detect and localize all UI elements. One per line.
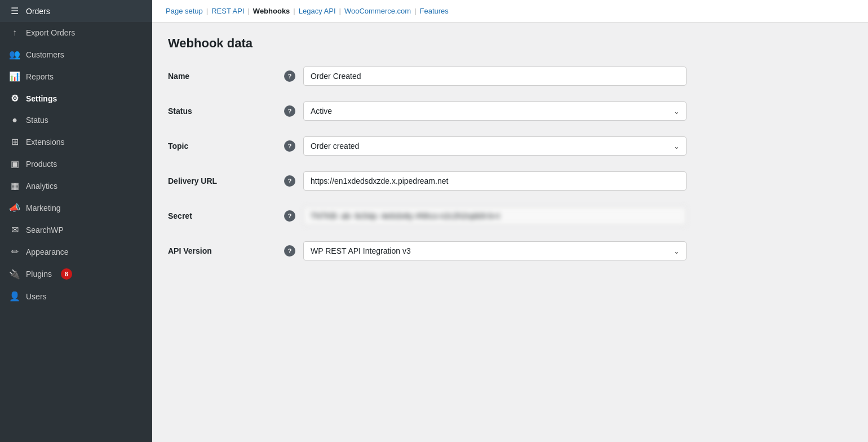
nav-link-rest-api[interactable]: REST API (211, 7, 244, 15)
delivery-url-input[interactable] (303, 171, 687, 191)
nav-sep-1: | (206, 7, 208, 15)
plugins-icon: 🔌 (9, 269, 20, 280)
secret-label: Secret (168, 211, 281, 220)
api-version-select-wrap: WP REST API Integration v3WP REST API In… (303, 241, 687, 260)
sidebar-label-status: Status (26, 116, 48, 125)
api-version-help[interactable]: ? (281, 245, 299, 257)
sidebar-item-customers[interactable]: 👥Customers (0, 43, 152, 65)
status-help[interactable]: ? (281, 105, 299, 117)
sidebar-item-searchwp[interactable]: ✉SearchWP (0, 219, 152, 241)
searchwp-icon: ✉ (9, 224, 20, 235)
main-content: Page setup|REST API|Webhooks|Legacy API|… (152, 0, 868, 442)
secret-help-icon[interactable]: ? (284, 210, 295, 222)
sidebar-item-reports[interactable]: 📊Reports (0, 65, 152, 87)
products-icon: ▣ (9, 158, 20, 169)
nav-sep-3: | (293, 7, 295, 15)
nav-link-legacy-api[interactable]: Legacy API (299, 7, 336, 15)
sidebar-item-marketing[interactable]: 📣Marketing (0, 197, 152, 219)
api-version-label: API Version (168, 246, 281, 255)
customers-icon: 👥 (9, 49, 20, 60)
delivery-url-control (303, 171, 687, 191)
sidebar-label-appearance: Appearance (26, 247, 69, 257)
top-nav: Page setup|REST API|Webhooks|Legacy API|… (152, 0, 868, 23)
sidebar-item-export-orders[interactable]: ↑Export Orders (0, 22, 152, 43)
sidebar-item-orders[interactable]: ☰Orders (0, 0, 152, 22)
sidebar-label-settings: Settings (26, 94, 57, 103)
topic-help-icon[interactable]: ? (284, 140, 295, 152)
sidebar-label-marketing: Marketing (26, 204, 60, 213)
sidebar-label-orders: Orders (26, 7, 50, 16)
nav-link-webhooks: Webhooks (253, 7, 290, 15)
form-row-topic: Topic ? Order createdOrder updatedOrder … (168, 136, 852, 156)
sidebar-item-settings[interactable]: ⚙Settings (0, 87, 152, 109)
sidebar: ☰Orders↑Export Orders👥Customers📊Reports⚙… (0, 0, 152, 442)
topic-label: Topic (168, 142, 281, 151)
api-version-select[interactable]: WP REST API Integration v3WP REST API In… (303, 241, 687, 260)
analytics-icon: ▦ (9, 180, 20, 191)
page-title: Webhook data (168, 36, 852, 51)
status-label: Status (168, 107, 281, 116)
marketing-icon: 📣 (9, 202, 20, 213)
status-help-icon[interactable]: ? (284, 105, 295, 117)
api-version-help-icon[interactable]: ? (284, 245, 295, 257)
status-select-wrap: ActivePausedDisabled ⌄ (303, 101, 687, 121)
form-row-api-version: API Version ? WP REST API Integration v3… (168, 241, 852, 260)
name-control (303, 67, 687, 86)
sidebar-label-customers: Customers (26, 50, 64, 59)
form-row-name: Name ? (168, 67, 852, 86)
form-row-secret: Secret ? (168, 206, 852, 226)
sidebar-label-users: Users (26, 292, 47, 301)
form-row-delivery-url: Delivery URL ? (168, 171, 852, 191)
delivery-url-label: Delivery URL (168, 176, 281, 185)
appearance-icon: ✏ (9, 246, 20, 257)
sidebar-item-extensions[interactable]: ⊞Extensions (0, 131, 152, 153)
topic-select[interactable]: Order createdOrder updatedOrder deletedC… (303, 136, 687, 156)
status-select[interactable]: ActivePausedDisabled (303, 101, 687, 121)
nav-sep-2: | (247, 7, 249, 15)
sidebar-item-status[interactable]: ●Status (0, 109, 152, 131)
users-icon: 👤 (9, 291, 20, 302)
nav-sep-5: | (414, 7, 416, 15)
status-icon: ● (9, 115, 20, 125)
export-orders-icon: ↑ (9, 28, 20, 38)
secret-input[interactable] (303, 206, 687, 226)
extensions-icon: ⊞ (9, 136, 20, 147)
sidebar-label-extensions: Extensions (26, 138, 64, 147)
nav-link-page-setup[interactable]: Page setup (166, 7, 203, 15)
delivery-url-help-icon[interactable]: ? (284, 175, 295, 187)
name-input[interactable] (303, 67, 687, 86)
sidebar-item-products[interactable]: ▣Products (0, 153, 152, 175)
nav-sep-4: | (339, 7, 341, 15)
form-row-status: Status ? ActivePausedDisabled ⌄ (168, 101, 852, 121)
topic-help[interactable]: ? (281, 140, 299, 152)
sidebar-label-export-orders: Export Orders (26, 28, 75, 37)
sidebar-label-analytics: Analytics (26, 182, 57, 191)
delivery-url-help[interactable]: ? (281, 175, 299, 187)
sidebar-label-plugins: Plugins (26, 269, 52, 279)
sidebar-label-searchwp: SearchWP (26, 226, 64, 235)
secret-help[interactable]: ? (281, 210, 299, 222)
nav-link-woocommerce[interactable]: WooCommerce.com (344, 7, 411, 15)
content-area: Webhook data Name ? Status ? ActivePause… (152, 23, 868, 442)
topic-select-wrap: Order createdOrder updatedOrder deletedC… (303, 136, 687, 156)
sidebar-item-appearance[interactable]: ✏Appearance (0, 241, 152, 263)
nav-link-features[interactable]: Features (420, 7, 449, 15)
sidebar-label-products: Products (26, 160, 57, 169)
orders-icon: ☰ (9, 6, 20, 16)
name-help-icon[interactable]: ? (284, 70, 295, 82)
sidebar-item-analytics[interactable]: ▦Analytics (0, 175, 152, 197)
name-help[interactable]: ? (281, 70, 299, 82)
name-label: Name (168, 72, 281, 81)
sidebar-label-reports: Reports (26, 72, 54, 81)
reports-icon: 📊 (9, 71, 20, 82)
secret-control (303, 206, 687, 226)
sidebar-item-users[interactable]: 👤Users (0, 285, 152, 307)
settings-icon: ⚙ (9, 93, 20, 104)
plugins-badge: 8 (61, 268, 72, 280)
sidebar-item-plugins[interactable]: 🔌Plugins8 (0, 263, 152, 285)
